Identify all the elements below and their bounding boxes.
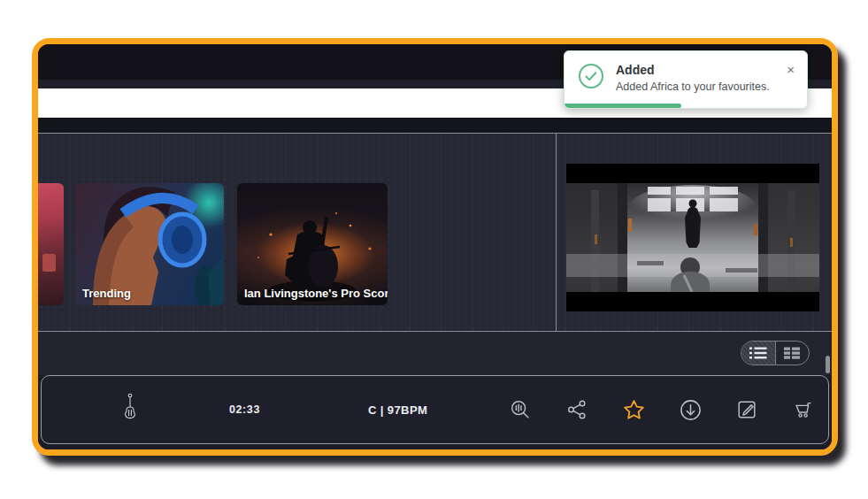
table-view-icon (783, 346, 801, 360)
scrollbar-thumb[interactable] (826, 356, 830, 373)
card-partial[interactable] (38, 183, 64, 305)
card-shelf: Trending (38, 134, 556, 331)
track-actions (508, 397, 816, 422)
view-toggle (741, 341, 810, 365)
app-window: Trending (38, 44, 832, 449)
list-header-strip (38, 332, 832, 375)
card-pro-scores[interactable]: Ian Livingstone's Pro Scores (237, 183, 388, 305)
edit-icon (735, 398, 758, 421)
track-key-bpm: C | 97BPM (368, 403, 427, 417)
highlight-frame: Trending (32, 38, 838, 456)
find-similar-icon (509, 398, 532, 421)
list-view-button[interactable] (741, 342, 775, 365)
screenshot-stage: Trending (0, 0, 868, 499)
card-label: Ian Livingstone's Pro Scores (244, 287, 388, 300)
toast-progress-bar (565, 104, 681, 108)
toast-notification: Added Added Africa to your favourites. × (564, 50, 808, 109)
card-label: Trending (82, 287, 131, 300)
download-button[interactable] (678, 397, 703, 422)
download-icon (679, 398, 703, 422)
video-preview[interactable] (566, 164, 819, 311)
video-frame-art (566, 183, 819, 292)
share-icon (565, 398, 588, 421)
instrument-indicator (123, 393, 137, 426)
toast-message: Added Africa to your favourites. (616, 81, 785, 93)
toast-close-icon[interactable]: × (785, 63, 796, 76)
favourite-button[interactable] (621, 397, 646, 422)
cart-button[interactable] (791, 397, 816, 422)
card-trending[interactable]: Trending (75, 183, 224, 305)
video-panel (557, 134, 832, 331)
sub-header-strip (38, 118, 832, 133)
success-check-icon (578, 63, 604, 89)
track-duration: 02:33 (229, 403, 260, 416)
table-view-button[interactable] (776, 342, 810, 365)
share-button[interactable] (565, 397, 589, 422)
favourite-star-icon (622, 398, 646, 422)
violin-icon (123, 393, 137, 426)
list-view-icon (749, 346, 768, 360)
player-bar-wrap: 02:33 C | 97BPM (38, 375, 832, 449)
cart-icon (792, 398, 815, 421)
find-similar-button[interactable] (508, 397, 533, 422)
player-bar: 02:33 C | 97BPM (41, 375, 829, 444)
toast-texts: Added Added Africa to your favourites. (616, 63, 785, 93)
edit-button[interactable] (734, 397, 759, 422)
toast-title: Added (616, 63, 785, 77)
content-area: Trending (38, 134, 832, 331)
